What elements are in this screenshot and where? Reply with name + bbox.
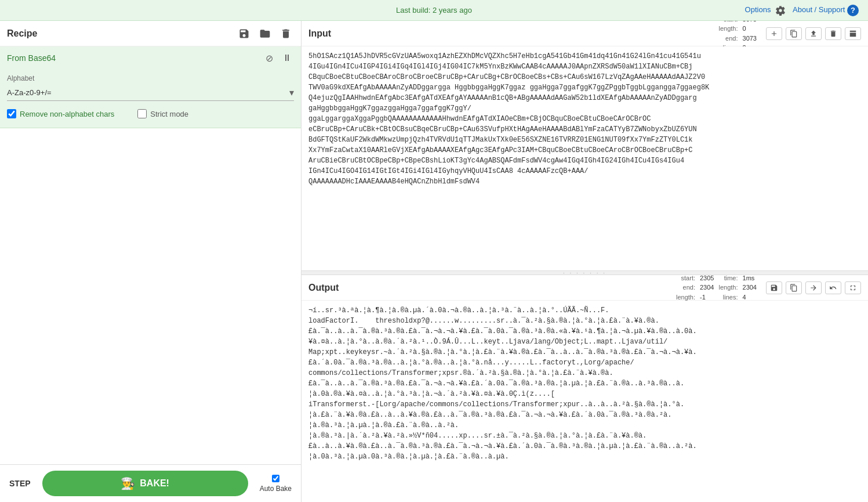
operation-controls: ⊘ ⏸	[263, 50, 294, 66]
delete-recipe-button[interactable]	[278, 26, 294, 42]
save2-icon	[770, 284, 778, 292]
help-icon: ?	[847, 5, 859, 16]
output-stats: start: 2305 time: 1ms end: 2304 length: …	[676, 273, 757, 302]
output-length2-label: length:	[718, 283, 738, 292]
input-content[interactable]: 5hO1SAcz1Q1A5JhDVR5cGVzUAA5woxq1AzhEZXhD…	[302, 46, 868, 270]
plus-icon	[770, 30, 778, 38]
about-link[interactable]: About / Support ?	[793, 5, 859, 16]
pause-operation-button[interactable]: ⏸	[280, 50, 294, 66]
strict-mode-checkbox[interactable]	[137, 109, 147, 118]
copy-icon	[790, 30, 798, 38]
remove-nonalpha-checkbox-item[interactable]: Remove non-alphabet chars	[7, 109, 114, 118]
output-title: Output	[308, 283, 676, 293]
alphabet-value: A-Za-z0-9+/=	[7, 88, 289, 97]
remove-nonalpha-label: Remove non-alphabet chars	[20, 110, 114, 118]
output-content: ¬í..sr.³à.ªà.¦à.¶à.¦à.®à.µà.´à.0à.¬à.®à.…	[302, 301, 868, 502]
top-bar-right: Options About / Support ?	[745, 5, 859, 16]
open-recipe-button[interactable]	[257, 26, 273, 42]
remove-nonalpha-checkbox[interactable]	[7, 109, 16, 118]
gear-icon	[775, 5, 786, 16]
trash-icon	[280, 28, 292, 39]
auto-bake-area: Auto Bake	[260, 475, 292, 493]
output-length2-value: 2304	[743, 283, 757, 292]
input-end-label: end:	[718, 34, 738, 44]
trash2-icon	[829, 30, 837, 38]
right-panel: Input start: 3073 length: 0 end: 3073 li…	[302, 21, 868, 502]
bake-bar: STEP 👨‍🍳 BAKE! Auto Bake	[0, 464, 301, 502]
output-end-label: end:	[676, 283, 695, 292]
output-undo-button[interactable]	[825, 281, 841, 294]
main-layout: Recipe	[0, 21, 868, 502]
copy2-icon	[790, 284, 798, 292]
input-end-value: 3073	[743, 34, 757, 44]
input-section: Input start: 3073 length: 0 end: 3073 li…	[302, 21, 868, 270]
output-time-label: time:	[718, 273, 738, 283]
forward-icon	[809, 284, 818, 292]
output-section: Output start: 2305 time: 1ms end: 2304 l…	[302, 275, 868, 502]
output-time-value: 1ms	[743, 273, 757, 283]
left-panel: Recipe	[0, 21, 302, 502]
auto-bake-checkbox[interactable]	[272, 475, 279, 482]
operation-header: From Base64 ⊘ ⏸	[0, 46, 301, 70]
input-length-label: length:	[718, 24, 738, 34]
auto-bake-label: Auto Bake	[260, 485, 292, 493]
output-start-label: start:	[676, 273, 695, 283]
operation-name: From Base64	[7, 53, 263, 63]
upload-icon	[809, 30, 818, 38]
recipe-header: Recipe	[0, 21, 301, 46]
input-title: Input	[308, 28, 718, 39]
step-label: STEP	[9, 479, 31, 488]
recipe-title: Recipe	[7, 28, 236, 39]
disable-operation-button[interactable]: ⊘	[263, 50, 275, 66]
output-decode-button[interactable]	[805, 281, 822, 294]
build-info: Last build: 2 years ago	[396, 6, 472, 15]
auto-bake-checkbox-item[interactable]	[272, 475, 279, 482]
operation-block: From Base64 ⊘ ⏸ Alphabet A-Za-z0-9+/= ▾ …	[0, 46, 301, 128]
input-actions	[766, 27, 861, 40]
checkboxes-row: Remove non-alphabet chars Strict mode	[7, 109, 294, 118]
input-length-value: 0	[743, 24, 757, 34]
recipe-actions	[236, 26, 294, 42]
strict-mode-label: Strict mode	[150, 110, 188, 118]
folder-icon	[259, 28, 271, 39]
resize-divider[interactable]: · · · · · · ·	[302, 270, 868, 275]
alphabet-dropdown[interactable]: A-Za-z0-9+/= ▾	[7, 85, 294, 101]
output-start-value: 2305	[700, 273, 714, 283]
options-link[interactable]: Options	[745, 5, 786, 16]
bake-button[interactable]: 👨‍🍳 BAKE!	[42, 471, 248, 496]
strict-mode-checkbox-item[interactable]: Strict mode	[137, 109, 188, 118]
input-add-button[interactable]	[766, 27, 782, 40]
output-end-value: 2304	[700, 283, 714, 292]
input-header: Input start: 3073 length: 0 end: 3073 li…	[302, 21, 868, 46]
alphabet-label: Alphabet	[7, 74, 294, 82]
operation-body: Alphabet A-Za-z0-9+/= ▾ Remove non-alpha…	[0, 70, 301, 128]
save-icon	[238, 28, 250, 39]
bake-chef-icon: 👨‍🍳	[121, 476, 135, 490]
input-panel-button[interactable]	[845, 27, 861, 40]
output-copy-button[interactable]	[786, 281, 802, 294]
input-load-button[interactable]	[805, 27, 822, 40]
output-actions	[766, 281, 861, 294]
output-expand-button[interactable]	[845, 281, 861, 294]
output-save-button[interactable]	[766, 281, 782, 294]
top-bar: Last build: 2 years ago Options About / …	[0, 0, 868, 21]
panel-spacer	[0, 128, 301, 464]
undo-icon	[829, 284, 837, 292]
expand-icon	[849, 284, 857, 292]
chevron-down-icon: ▾	[289, 87, 294, 98]
input-copy-button[interactable]	[786, 27, 802, 40]
input-delete-button[interactable]	[825, 27, 841, 40]
panel-icon	[849, 30, 857, 38]
save-recipe-button[interactable]	[236, 26, 252, 42]
output-header: Output start: 2305 time: 1ms end: 2304 l…	[302, 275, 868, 301]
